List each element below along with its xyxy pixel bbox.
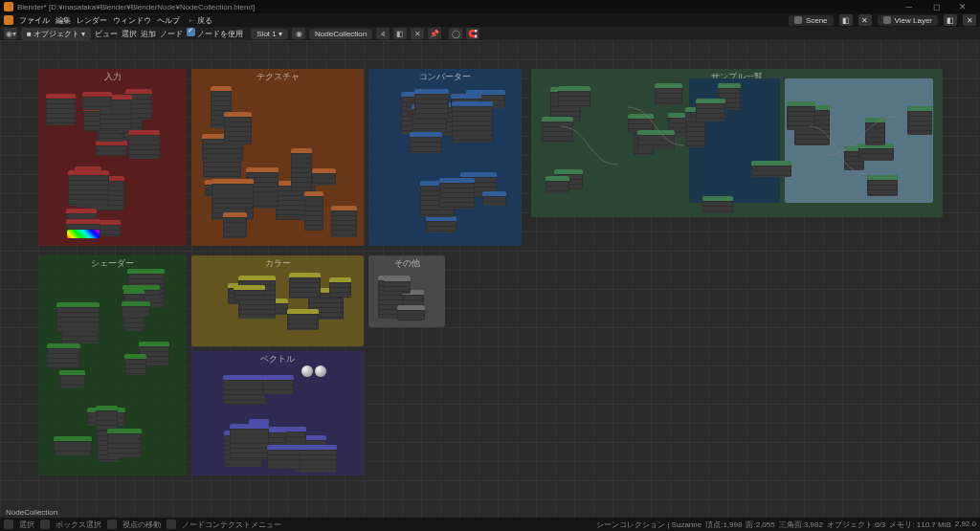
shader-node[interactable] [414,89,449,119]
frame-input[interactable]: 入力 [38,69,187,246]
node-socket-row[interactable] [47,104,75,108]
node-socket-row[interactable] [97,146,126,150]
node-socket-row[interactable] [859,159,893,161]
frame-color[interactable]: カラー [191,255,364,346]
shader-node[interactable] [331,206,356,237]
editor-type-button[interactable]: ◉▾ [4,28,17,39]
node-socket-row[interactable] [83,102,112,106]
shader-node[interactable] [300,445,338,473]
scene-selector[interactable]: Scene [789,15,834,26]
node-socket-row[interactable] [440,184,473,188]
node-socket-row[interactable] [268,455,302,459]
shader-node[interactable] [655,83,682,105]
node-socket-row[interactable] [239,315,275,319]
node-socket-row[interactable] [638,141,674,144]
snap-toggle[interactable]: 🧲 [466,28,479,39]
viewlayer-delete-button[interactable]: ✕ [963,14,976,26]
shader-node[interactable] [858,144,894,161]
node-socket-row[interactable] [225,460,261,464]
node-socket-row[interactable] [292,159,311,163]
node-socket-row[interactable] [686,137,705,141]
node-socket-row[interactable] [440,188,473,192]
node-socket-row[interactable] [866,128,883,132]
node-socket-row[interactable] [415,104,448,108]
node-socket-row[interactable] [224,390,265,394]
node-socket-row[interactable] [125,365,145,368]
node-socket-row[interactable] [551,112,579,116]
node-socket-row[interactable] [398,316,425,320]
menu-render[interactable]: レンダー [77,15,107,26]
node-socket-row[interactable] [108,434,141,438]
menu-window[interactable]: ウィンドウ [113,15,151,26]
node-socket-row[interactable] [60,381,84,385]
node-socket-row[interactable] [795,140,830,144]
pin-button[interactable]: 📌 [428,28,441,39]
toolmenu-view[interactable]: ビュー [95,29,118,39]
node-socket-row[interactable] [108,449,141,453]
node-socket-row[interactable] [656,94,681,98]
node-socket-row[interactable] [212,194,253,198]
shader-node[interactable] [312,168,335,186]
node-socket-row[interactable] [403,296,423,299]
node-socket-row[interactable] [129,150,159,154]
node-socket-row[interactable] [412,124,446,128]
node-socket-row[interactable] [108,444,141,448]
node-socket-row[interactable] [403,300,423,304]
node-socket-row[interactable] [638,136,674,140]
scene-new-button[interactable]: ◧ [839,14,853,26]
node-socket-row[interactable] [204,172,239,176]
node-socket-row[interactable] [483,202,505,206]
shader-node[interactable] [96,406,118,431]
node-socket-row[interactable] [697,109,724,113]
node-socket-row[interactable] [703,211,732,213]
viewlayer-selector[interactable]: View Layer [878,15,938,26]
node-socket-row[interactable] [635,154,653,155]
node-socket-row[interactable] [55,442,91,446]
node-socket-row[interactable] [332,221,355,225]
node-socket-row[interactable] [330,288,349,292]
node-socket-row[interactable] [129,155,159,159]
node-socket-row[interactable] [212,97,231,100]
node-socket-row[interactable] [385,292,410,294]
node-socket-row[interactable] [124,323,144,327]
shader-node[interactable] [637,130,675,149]
shader-node[interactable] [751,161,791,177]
node-socket-row[interactable] [292,164,311,167]
shader-node[interactable] [54,436,92,455]
node-socket-row[interactable] [427,222,457,226]
node-socket-row[interactable] [795,135,830,139]
node-socket-row[interactable] [55,447,91,451]
node-socket-row[interactable] [288,324,318,328]
node-socket-row[interactable] [453,112,492,116]
node-socket-row[interactable] [100,226,120,230]
node-socket-row[interactable] [203,149,242,153]
shader-node[interactable] [122,301,150,316]
shader-node[interactable] [558,86,590,107]
node-socket-row[interactable] [224,237,246,238]
node-socket-row[interactable] [69,205,107,206]
node-socket-row[interactable] [122,307,149,311]
node-socket-row[interactable] [100,120,132,123]
shader-node[interactable] [329,277,350,298]
node-socket-row[interactable] [97,421,117,425]
shader-node[interactable] [100,220,121,236]
node-socket-row[interactable] [292,168,311,172]
shader-node[interactable] [865,118,884,146]
shader-node[interactable] [56,302,100,331]
node-socket-row[interactable] [908,122,932,125]
node-socket-row[interactable] [57,327,99,331]
node-socket-row[interactable] [224,218,246,222]
node-socket-row[interactable] [225,465,261,468]
node-socket-row[interactable] [703,202,732,206]
node-socket-row[interactable] [483,197,505,201]
shader-node[interactable] [867,175,898,196]
node-socket-row[interactable] [795,144,830,145]
node-socket-row[interactable] [719,89,740,93]
node-socket-row[interactable] [415,114,448,118]
node-socket-row[interactable] [247,173,278,177]
node-socket-row[interactable] [543,137,571,141]
node-socket-row[interactable] [440,203,473,207]
node-socket-row[interactable] [67,225,99,229]
node-socket-row[interactable] [225,122,251,126]
node-socket-row[interactable] [288,315,318,319]
